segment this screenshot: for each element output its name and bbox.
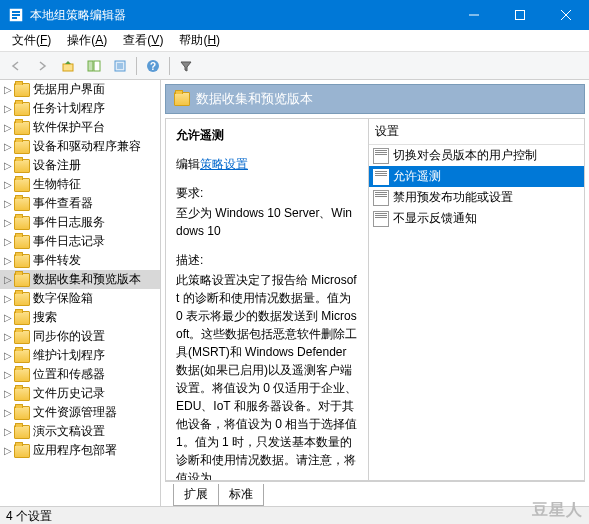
tree-item[interactable]: ▷数据收集和预览版本 — [0, 270, 160, 289]
tree-item[interactable]: ▷事件日志服务 — [0, 213, 160, 232]
expand-icon[interactable]: ▷ — [2, 426, 14, 437]
tree-item[interactable]: ▷设备注册 — [0, 156, 160, 175]
minimize-button[interactable] — [451, 0, 497, 30]
requirements-label: 要求: — [176, 185, 358, 202]
menu-help[interactable]: 帮助(H) — [171, 30, 228, 51]
list-item[interactable]: 不显示反馈通知 — [369, 208, 584, 229]
tree-pane[interactable]: ▷凭据用户界面▷任务计划程序▷软件保护平台▷设备和驱动程序兼容▷设备注册▷生物特… — [0, 80, 161, 506]
tree-item[interactable]: ▷应用程序包部署 — [0, 441, 160, 460]
tree-item-label: 事件转发 — [33, 252, 81, 269]
folder-icon — [14, 406, 30, 420]
tree-item[interactable]: ▷位置和传感器 — [0, 365, 160, 384]
maximize-button[interactable] — [497, 0, 543, 30]
status-bar: 4 个设置 — [0, 506, 589, 524]
tree-item-label: 数字保险箱 — [33, 290, 93, 307]
expand-icon[interactable]: ▷ — [2, 84, 14, 95]
expand-icon[interactable]: ▷ — [2, 293, 14, 304]
details-header: 数据收集和预览版本 — [165, 84, 585, 114]
folder-icon — [14, 444, 30, 458]
tree-item[interactable]: ▷搜索 — [0, 308, 160, 327]
expand-icon[interactable]: ▷ — [2, 445, 14, 456]
expand-icon[interactable]: ▷ — [2, 369, 14, 380]
close-button[interactable] — [543, 0, 589, 30]
expand-icon[interactable]: ▷ — [2, 236, 14, 247]
tree-item-label: 凭据用户界面 — [33, 81, 105, 98]
svg-rect-2 — [12, 14, 20, 16]
details-title: 数据收集和预览版本 — [196, 90, 313, 108]
tree-item[interactable]: ▷软件保护平台 — [0, 118, 160, 137]
expand-icon[interactable]: ▷ — [2, 407, 14, 418]
folder-icon — [14, 349, 30, 363]
svg-rect-8 — [63, 64, 73, 71]
svg-text:?: ? — [150, 61, 156, 72]
title-bar: 本地组策略编辑器 — [0, 0, 589, 30]
folder-icon — [14, 102, 30, 116]
tab-extended[interactable]: 扩展 — [173, 484, 219, 506]
forward-button — [30, 55, 54, 77]
svg-rect-1 — [12, 11, 20, 13]
back-button — [4, 55, 28, 77]
list-item[interactable]: 禁用预发布功能或设置 — [369, 187, 584, 208]
show-hide-tree-button[interactable] — [82, 55, 106, 77]
folder-icon — [14, 235, 30, 249]
list-item-label: 禁用预发布功能或设置 — [393, 189, 513, 206]
tree-item[interactable]: ▷同步你的设置 — [0, 327, 160, 346]
tree-item[interactable]: ▷事件查看器 — [0, 194, 160, 213]
up-button[interactable] — [56, 55, 80, 77]
folder-icon — [14, 178, 30, 192]
settings-list[interactable]: 设置 切换对会员版本的用户控制允许遥测禁用预发布功能或设置不显示反馈通知 — [369, 119, 584, 480]
tree-item[interactable]: ▷事件转发 — [0, 251, 160, 270]
folder-icon — [14, 273, 30, 287]
expand-icon[interactable]: ▷ — [2, 160, 14, 171]
edit-policy-link[interactable]: 策略设置 — [200, 157, 248, 171]
folder-icon — [14, 330, 30, 344]
filter-button[interactable] — [174, 55, 198, 77]
svg-rect-9 — [88, 61, 93, 71]
tree-item-label: 设备和驱动程序兼容 — [33, 138, 141, 155]
tree-item[interactable]: ▷文件资源管理器 — [0, 403, 160, 422]
folder-icon — [14, 292, 30, 306]
expand-icon[interactable]: ▷ — [2, 274, 14, 285]
menu-file[interactable]: 文件(F) — [4, 30, 59, 51]
tree-item[interactable]: ▷设备和驱动程序兼容 — [0, 137, 160, 156]
folder-icon — [14, 121, 30, 135]
expand-icon[interactable]: ▷ — [2, 179, 14, 190]
expand-icon[interactable]: ▷ — [2, 103, 14, 114]
tree-item[interactable]: ▷生物特征 — [0, 175, 160, 194]
folder-icon — [14, 387, 30, 401]
expand-icon[interactable]: ▷ — [2, 350, 14, 361]
expand-icon[interactable]: ▷ — [2, 255, 14, 266]
tree-item-label: 任务计划程序 — [33, 100, 105, 117]
expand-icon[interactable]: ▷ — [2, 141, 14, 152]
setting-icon — [373, 148, 389, 164]
help-button[interactable]: ? — [141, 55, 165, 77]
expand-icon[interactable]: ▷ — [2, 198, 14, 209]
svg-rect-5 — [516, 11, 525, 20]
tree-item-label: 事件日志服务 — [33, 214, 105, 231]
tab-standard[interactable]: 标准 — [218, 484, 264, 506]
list-item[interactable]: 允许遥测 — [369, 166, 584, 187]
menu-action[interactable]: 操作(A) — [59, 30, 115, 51]
tree-item-label: 事件查看器 — [33, 195, 93, 212]
folder-icon — [14, 159, 30, 173]
expand-icon[interactable]: ▷ — [2, 312, 14, 323]
expand-icon[interactable]: ▷ — [2, 217, 14, 228]
tree-item-label: 文件历史记录 — [33, 385, 105, 402]
expand-icon[interactable]: ▷ — [2, 122, 14, 133]
properties-button[interactable] — [108, 55, 132, 77]
tree-item[interactable]: ▷凭据用户界面 — [0, 80, 160, 99]
column-header-setting[interactable]: 设置 — [369, 119, 584, 145]
tree-item[interactable]: ▷数字保险箱 — [0, 289, 160, 308]
setting-icon — [373, 169, 389, 185]
list-item[interactable]: 切换对会员版本的用户控制 — [369, 145, 584, 166]
tree-item[interactable]: ▷文件历史记录 — [0, 384, 160, 403]
expand-icon[interactable]: ▷ — [2, 331, 14, 342]
expand-icon[interactable]: ▷ — [2, 388, 14, 399]
menu-bar: 文件(F) 操作(A) 查看(V) 帮助(H) — [0, 30, 589, 52]
tree-item[interactable]: ▷事件日志记录 — [0, 232, 160, 251]
tree-item[interactable]: ▷维护计划程序 — [0, 346, 160, 365]
tree-item[interactable]: ▷演示文稿设置 — [0, 422, 160, 441]
tree-item[interactable]: ▷任务计划程序 — [0, 99, 160, 118]
tree-item-label: 软件保护平台 — [33, 119, 105, 136]
menu-view[interactable]: 查看(V) — [115, 30, 171, 51]
